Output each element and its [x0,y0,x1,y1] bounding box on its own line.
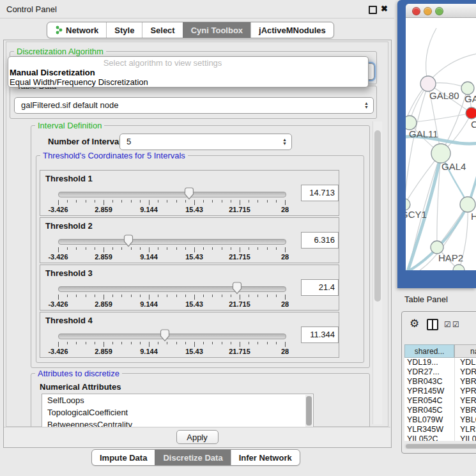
name-cell[interactable]: YBR0 [454,406,476,415]
scrollbar-thumb[interactable] [306,396,312,426]
slider-handle[interactable] [232,282,242,297]
name-cell[interactable]: YER0 [454,396,476,406]
table-row[interactable]: YLR345WYLR3 [404,425,476,434]
network-node[interactable] [431,144,450,163]
column-header-name[interactable]: name [454,344,476,358]
slider-track[interactable] [58,192,286,197]
threshold-slider[interactable]: -3.4262.8599.14415.4321.71528 [58,265,285,310]
network-node[interactable] [431,241,443,254]
tick-label: 21.715 [224,206,256,213]
tick-mark [131,200,132,203]
split-columns-icon[interactable] [427,319,438,330]
table-row[interactable]: YDL19...YDL1 [404,358,476,367]
close-icon[interactable]: ✖ [381,4,388,13]
tick-label: 28 [269,300,301,308]
tab-infer-network[interactable]: Infer Network [231,450,300,465]
tab-jactivemnodules[interactable]: jActiveMNodules [250,22,334,38]
tab-network[interactable]: Network [47,22,106,38]
tab-label: Select [150,26,174,35]
network-node[interactable] [406,116,417,130]
column-header-shared-name[interactable]: shared... [404,344,454,358]
table-row[interactable]: YBR043CYBR0 [404,377,476,387]
name-cell[interactable]: YDR2 [454,367,476,377]
network-node[interactable] [466,107,476,119]
float-window-icon[interactable] [369,6,377,14]
numerical-attributes-list[interactable]: SelfLoopsTopologicalCoefficientBetweenne… [42,394,314,428]
algorithm-option-equal-width[interactable]: Equal Width/Frequency Discretization [8,77,368,87]
shared-name-cell[interactable]: YBL079W [404,415,454,425]
threshold-slider[interactable]: -3.4262.8599.14415.4321.71528 [58,312,285,357]
node-table[interactable]: YDL19...YDL1YDR27...YDR2YBR043CYBR0YPR14… [404,358,476,441]
tick-mark [267,295,268,297]
slider-track[interactable] [58,286,286,292]
close-traffic-light-icon[interactable] [412,7,420,15]
attributes-scrollbar[interactable] [305,395,312,427]
threshold-slider[interactable]: -3.4262.8599.14415.4321.71528 [58,171,285,215]
settings-scrollbar[interactable] [372,121,382,424]
network-node[interactable] [453,265,464,270]
shared-name-cell[interactable]: YER054C [404,396,454,406]
tick-mark [240,342,240,347]
tab-discretize-data[interactable]: Discretize Data [155,450,230,465]
network-canvas[interactable]: GAL80GACGAL11GAL4GCY1HHAP2 [406,18,476,270]
shared-name-cell[interactable]: YPR145W [404,387,454,396]
name-cell[interactable]: YIL0 [454,434,476,441]
tab-cyni-toolbox[interactable]: Cyni Toolbox [183,22,250,38]
shared-name-cell[interactable]: YIL052C [404,434,454,441]
threshold-value-field[interactable]: 14.713 [301,185,339,201]
threshold-slider[interactable]: -3.4262.8599.14415.4321.71528 [58,218,285,263]
checkbox-icon[interactable]: ☑ [452,320,459,329]
table-hscrollbar[interactable] [404,443,476,449]
table-row[interactable]: YBL079WYBL0 [404,415,476,425]
tick-label: 2.859 [88,206,119,213]
tab-style[interactable]: Style [106,22,142,38]
slider-track[interactable] [58,239,286,245]
algorithm-option-manual[interactable]: Manual Discretization [8,68,368,77]
table-row[interactable]: YPR145WYPR1 [404,387,476,396]
name-cell[interactable]: YDL1 [454,358,476,367]
scrollbar-thumb[interactable] [374,130,381,302]
algorithm-placeholder-item[interactable]: Select algorithm to view settings [8,59,368,68]
attribute-list-item[interactable]: SelfLoops [42,394,313,406]
network-node[interactable] [461,82,474,95]
table-data-combobox[interactable]: galFiltered.sif default node ▲▼ [14,97,374,114]
network-node[interactable] [460,197,475,212]
minimize-traffic-light-icon[interactable] [424,7,432,15]
name-cell[interactable]: YPR1 [454,387,476,396]
tab-impute-data[interactable]: Impute Data [92,450,155,465]
threshold-value-field[interactable]: 11.344 [301,326,339,343]
tick-mark [95,247,95,250]
threshold-value-field[interactable]: 6.316 [301,232,339,249]
table-row[interactable]: YDR27...YDR2 [404,367,476,377]
interval-definition-label: Interval Definition [35,121,104,130]
slider-handle[interactable] [123,234,134,250]
scrollbar-thumb[interactable] [406,444,476,449]
gear-icon[interactable]: ⚙ [410,317,419,330]
zoom-traffic-light-icon[interactable] [435,7,443,15]
table-row[interactable]: YIL052CYIL0 [404,434,476,441]
network-node[interactable] [420,76,436,91]
tick-label: -3.426 [42,253,74,261]
shared-name-cell[interactable]: YBR043C [404,377,454,387]
tick-mark [176,200,177,203]
number-of-intervals-combobox[interactable]: 5 ▲▼ [119,134,292,150]
slider-track[interactable] [58,334,286,339]
threshold-value-field[interactable]: 21.4 [301,279,339,296]
shared-name-cell[interactable]: YLR345W [404,425,454,434]
slider-handle[interactable] [184,187,194,203]
shared-name-cell[interactable]: YDL19... [404,358,454,367]
table-row[interactable]: YER054CYER0 [404,396,476,406]
apply-button[interactable]: Apply [176,430,219,444]
name-cell[interactable]: YBL0 [454,415,476,425]
name-cell[interactable]: YBR0 [454,377,476,387]
attribute-list-item[interactable]: TopologicalCoefficient [42,406,313,418]
tab-select[interactable]: Select [142,22,182,38]
tick-mark [58,342,59,347]
name-cell[interactable]: YLR3 [454,425,476,434]
tab-label: Cyni Toolbox [191,26,243,35]
shared-name-cell[interactable]: YDR27... [404,367,454,377]
checkbox-icon[interactable]: ☑ [444,320,451,329]
table-row[interactable]: YBR045CYBR0 [404,406,476,415]
shared-name-cell[interactable]: YBR045C [404,406,454,415]
slider-handle[interactable] [160,329,170,344]
